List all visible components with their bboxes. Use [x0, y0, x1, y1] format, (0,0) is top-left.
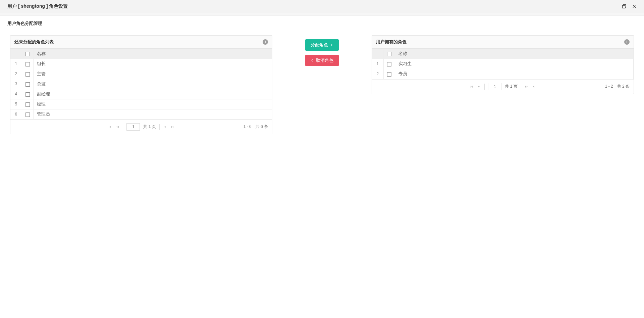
modal-title-bar: 用户 [ shengtong ] 角色设置	[0, 0, 644, 13]
table-row[interactable]: 2 主管	[10, 69, 272, 79]
role-name: 实习生	[395, 59, 634, 69]
page-prev-icon[interactable]	[115, 125, 119, 129]
row-index: 3	[10, 79, 22, 89]
row-index: 2	[10, 69, 22, 79]
chevron-left-icon	[311, 59, 314, 62]
checkbox-icon[interactable]	[387, 52, 391, 56]
button-label: 取消角色	[316, 57, 333, 63]
pager: 共 1 页 1 - 2 共 2 条	[372, 79, 634, 94]
info-icon[interactable]: i	[263, 39, 268, 45]
checkbox-icon[interactable]	[25, 112, 30, 117]
action-column: 分配角色 取消角色	[275, 33, 369, 66]
table-row[interactable]: 1 组长	[10, 59, 272, 69]
page-prev-icon[interactable]	[477, 85, 481, 89]
workarea: 还未分配的角色列表 i 名称 1 组长 2 主管	[0, 30, 644, 150]
page-total-label: 共 1 页	[505, 84, 517, 89]
window-controls	[622, 4, 637, 9]
role-name: 总监	[33, 79, 272, 89]
table-row[interactable]: 6 管理员	[10, 109, 272, 119]
checkbox-icon[interactable]	[387, 62, 391, 66]
table-row[interactable]: 1 实习生	[372, 59, 634, 69]
page-first-icon[interactable]	[470, 85, 474, 89]
col-header-name: 名称	[33, 49, 272, 59]
section-title: 用户角色分配管理	[0, 16, 644, 30]
page-first-icon[interactable]	[108, 125, 112, 129]
page-number-input[interactable]	[126, 123, 140, 131]
page-title: 用户 [ shengtong ] 角色设置	[7, 3, 68, 9]
assign-role-button[interactable]: 分配角色	[305, 39, 339, 51]
page-last-icon[interactable]	[532, 85, 536, 89]
panel-header: 用户拥有的角色 i	[372, 36, 634, 49]
row-index: 6	[10, 109, 22, 119]
checkbox-icon[interactable]	[25, 62, 30, 66]
role-name: 副经理	[33, 89, 272, 99]
divider	[0, 13, 644, 16]
panel-header: 还未分配的角色列表 i	[10, 36, 272, 49]
col-header-checkbox[interactable]	[383, 49, 395, 59]
role-name: 专员	[395, 69, 634, 79]
role-name: 管理员	[33, 109, 272, 119]
row-index: 5	[10, 99, 22, 109]
info-icon[interactable]: i	[624, 39, 630, 45]
col-header-name: 名称	[395, 49, 634, 59]
page-total-label: 共 1 页	[143, 124, 156, 130]
panel-title: 还未分配的角色列表	[14, 39, 54, 45]
row-index: 2	[372, 69, 383, 79]
row-index: 4	[10, 89, 22, 99]
col-header-index	[10, 49, 22, 59]
close-icon[interactable]	[632, 4, 637, 9]
available-roles-panel: 还未分配的角色列表 i 名称 1 组长 2 主管	[10, 35, 272, 134]
table-row[interactable]: 5 经理	[10, 99, 272, 109]
checkbox-icon[interactable]	[25, 92, 30, 97]
role-name: 组长	[33, 59, 272, 69]
svg-rect-1	[623, 5, 625, 8]
pager: 共 1 页 1 - 6 共 6 条	[10, 120, 272, 134]
page-stats: 1 - 2 共 2 条	[605, 84, 630, 89]
row-index: 1	[372, 59, 383, 69]
revoke-role-button[interactable]: 取消角色	[305, 55, 339, 66]
row-index: 1	[10, 59, 22, 69]
page-next-icon[interactable]	[525, 85, 529, 89]
role-name: 经理	[33, 99, 272, 109]
panel-title: 用户拥有的角色	[376, 39, 407, 45]
checkbox-icon[interactable]	[25, 82, 30, 87]
table-row[interactable]: 4 副经理	[10, 89, 272, 99]
button-label: 分配角色	[311, 42, 328, 48]
page-number-input[interactable]	[488, 83, 501, 90]
table-row[interactable]: 3 总监	[10, 79, 272, 89]
checkbox-icon[interactable]	[25, 102, 30, 107]
available-roles-table: 名称 1 组长 2 主管 3 总监	[10, 49, 272, 120]
checkbox-icon[interactable]	[25, 72, 30, 77]
maximize-icon[interactable]	[622, 4, 627, 9]
assigned-roles-panel: 用户拥有的角色 i 名称 1 实习生 2 专员	[372, 35, 634, 94]
checkbox-icon[interactable]	[387, 72, 391, 77]
chevron-right-icon	[330, 43, 333, 47]
page-last-icon[interactable]	[170, 125, 174, 129]
table-row[interactable]: 2 专员	[372, 69, 634, 79]
role-name: 主管	[33, 69, 272, 79]
assigned-roles-table: 名称 1 实习生 2 专员	[372, 49, 634, 79]
col-header-index	[372, 49, 383, 59]
col-header-checkbox[interactable]	[22, 49, 33, 59]
page-next-icon[interactable]	[163, 125, 167, 129]
checkbox-icon[interactable]	[25, 52, 30, 56]
page-stats: 1 - 6 共 6 条	[244, 124, 268, 130]
